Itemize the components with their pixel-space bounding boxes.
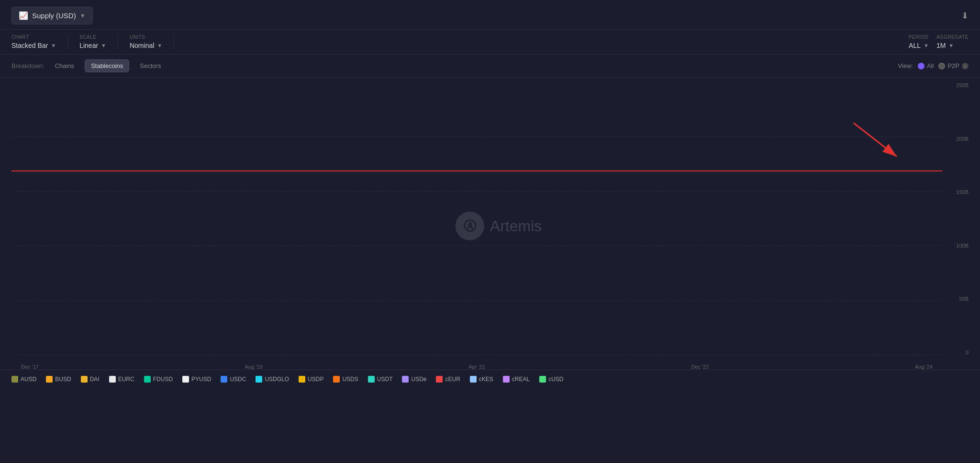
legend-item: USDe (402, 376, 426, 383)
legend-item: FDUSD (144, 376, 173, 383)
legend-swatch (46, 376, 53, 383)
legend-item: USDP (299, 376, 323, 383)
legend-label: EURC (118, 376, 134, 383)
legend-item: cEUR (436, 376, 460, 383)
legend-swatch (402, 376, 409, 383)
y-label-50b: 50B (959, 296, 969, 302)
chart-area: 250B 200B 150B 100B 50B 0 Dec '17 Aug '1… (0, 78, 980, 370)
breakdown-stablecoins[interactable]: Stablecoins (85, 59, 129, 72)
watermark: Ⓐ Artemis (456, 212, 542, 240)
legend-swatch (470, 376, 477, 383)
units-chevron-icon: ▼ (157, 43, 162, 48)
controls-right: PERIOD ALL ▼ AGGREGATE 1M ▼ (909, 34, 969, 49)
legend-swatch (81, 376, 88, 383)
y-label-100b: 100B (956, 243, 969, 248)
legend-label: AUSD (21, 376, 36, 383)
legend-swatch (299, 376, 305, 383)
legend-item: USDGLO (256, 376, 289, 383)
legend-item: cREAL (503, 376, 530, 383)
units-label: UNITS (130, 34, 162, 40)
legend-swatch (144, 376, 151, 383)
legend-area: AUSDBUSDDAIEURCFDUSDPYUSDUSDCUSDGLOUSDPU… (0, 370, 980, 388)
scale-control-group: SCALE Linear ▼ (79, 34, 118, 49)
legend-label: USDC (230, 376, 246, 383)
period-label: PERIOD (909, 34, 929, 40)
download-button[interactable]: ⬇ (961, 11, 969, 21)
chart-container: 250B 200B 150B 100B 50B 0 Dec '17 Aug '1… (11, 82, 969, 370)
legend-label: cEUR (445, 376, 460, 383)
legend-swatch (436, 376, 443, 383)
title-text: Supply (USD) (32, 11, 76, 20)
legend-label: USDP (308, 376, 323, 383)
legend-item: PYUSD (182, 376, 211, 383)
legend-swatch (11, 376, 18, 383)
x-label-aug24: Aug '24 (915, 364, 933, 370)
units-control-group: UNITS Nominal ▼ (130, 34, 174, 49)
legend-swatch (109, 376, 116, 383)
legend-label: BUSD (55, 376, 71, 383)
x-label-apr21: Apr '21 (468, 364, 485, 370)
x-label-dec22: Dec '22 (691, 364, 709, 370)
legend-item: cUSD (539, 376, 563, 383)
legend-item: USDT (368, 376, 393, 383)
controls-bar: CHART Stacked Bar ▼ SCALE Linear ▼ UNITS… (0, 30, 980, 55)
units-select[interactable]: Nominal ▼ (130, 42, 162, 49)
period-value: ALL (909, 42, 921, 49)
watermark-text: Artemis (490, 217, 542, 235)
view-p2p-label: P2P (947, 62, 959, 69)
breakdown-chains[interactable]: Chains (49, 60, 80, 72)
chart-select[interactable]: Stacked Bar ▼ (11, 42, 56, 49)
info-icon: i (962, 63, 969, 69)
view-right: View: All P2P i (898, 62, 969, 69)
legend-label: DAI (90, 376, 100, 383)
legend-label: USDT (377, 376, 393, 383)
legend-item: DAI (81, 376, 100, 383)
legend-swatch (221, 376, 227, 383)
legend-label: cKES (479, 376, 493, 383)
legend-swatch (333, 376, 340, 383)
breakdown-sectors[interactable]: Sectors (134, 60, 167, 72)
scale-value: Linear (79, 42, 98, 49)
chart-icon: 📈 (19, 11, 28, 20)
chart-value: Stacked Bar (11, 42, 48, 49)
chart-chevron-icon: ▼ (51, 43, 56, 48)
watermark-logo: Ⓐ (456, 212, 484, 240)
aggregate-select[interactable]: 1M ▼ (936, 42, 969, 49)
legend-label: USDe (411, 376, 426, 383)
y-axis: 250B 200B 150B 100B 50B 0 (945, 82, 969, 355)
y-label-0: 0 (966, 350, 969, 355)
aggregate-label: AGGREGATE (936, 34, 969, 40)
aggregate-chevron-icon: ▼ (948, 43, 954, 48)
legend-label: USDGLO (265, 376, 289, 383)
legend-item: AUSD (11, 376, 36, 383)
legend-label: FDUSD (153, 376, 173, 383)
period-select[interactable]: ALL ▼ (909, 42, 929, 49)
scale-chevron-icon: ▼ (101, 43, 106, 48)
header-bar: 📈 Supply (USD) ▼ ⬇ (0, 0, 980, 30)
legend-swatch (182, 376, 189, 383)
period-group: PERIOD ALL ▼ (909, 34, 929, 49)
x-label-dec17: Dec '17 (21, 364, 39, 370)
view-all-option[interactable]: All (918, 62, 934, 69)
legend-item: cKES (470, 376, 493, 383)
title-button[interactable]: 📈 Supply (USD) ▼ (11, 7, 93, 24)
period-chevron-icon: ▼ (924, 43, 929, 48)
units-value: Nominal (130, 42, 154, 49)
view-p2p-option[interactable]: P2P i (938, 62, 969, 69)
legend-label: cREAL (512, 376, 530, 383)
scale-label: SCALE (79, 34, 106, 40)
legend-swatch (256, 376, 262, 383)
chart-label: CHART (11, 34, 56, 40)
legend-item: EURC (109, 376, 134, 383)
x-axis: Dec '17 Aug '19 Apr '21 Dec '22 Aug '24 (11, 364, 942, 370)
y-label-250b: 250B (956, 82, 969, 88)
view-p2p-radio (938, 63, 945, 69)
view-label: View: (898, 62, 913, 69)
legend-label: cUSD (548, 376, 563, 383)
breakdown-bar: Breakdown: Chains Stablecoins Sectors Vi… (0, 55, 980, 78)
legend-swatch (368, 376, 375, 383)
breakdown-left: Breakdown: Chains Stablecoins Sectors (11, 59, 167, 72)
chart-control-group: CHART Stacked Bar ▼ (11, 34, 68, 49)
legend-label: USDS (342, 376, 358, 383)
scale-select[interactable]: Linear ▼ (79, 42, 106, 49)
